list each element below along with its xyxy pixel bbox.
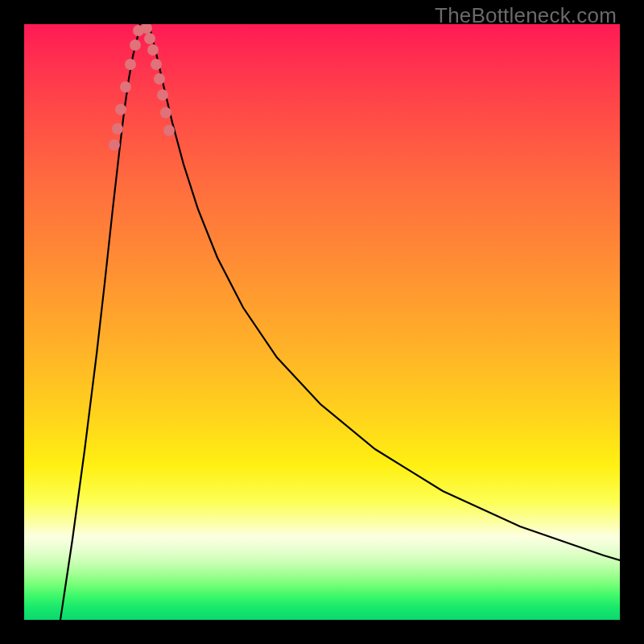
marker-dot bbox=[163, 125, 175, 136]
marker-dot bbox=[109, 139, 120, 151]
curve-group bbox=[60, 24, 620, 620]
marker-dot bbox=[157, 89, 168, 101]
chart-plot-area bbox=[24, 24, 620, 620]
marker-dot bbox=[147, 44, 159, 56]
marker-dot bbox=[125, 59, 136, 70]
marker-dot bbox=[115, 104, 126, 115]
marker-dot bbox=[151, 59, 162, 70]
marker-dot bbox=[120, 81, 131, 93]
curve-left-branch bbox=[60, 24, 140, 620]
marker-dot bbox=[112, 123, 123, 134]
chart-svg bbox=[24, 24, 620, 620]
chart-frame: TheBottleneck.com bbox=[0, 0, 644, 644]
marker-dot bbox=[144, 33, 155, 44]
marker-dot bbox=[130, 39, 141, 51]
marker-dot bbox=[154, 73, 165, 85]
attribution-label: TheBottleneck.com bbox=[435, 3, 617, 28]
marker-dot bbox=[160, 107, 171, 118]
curve-right-branch bbox=[149, 24, 620, 560]
